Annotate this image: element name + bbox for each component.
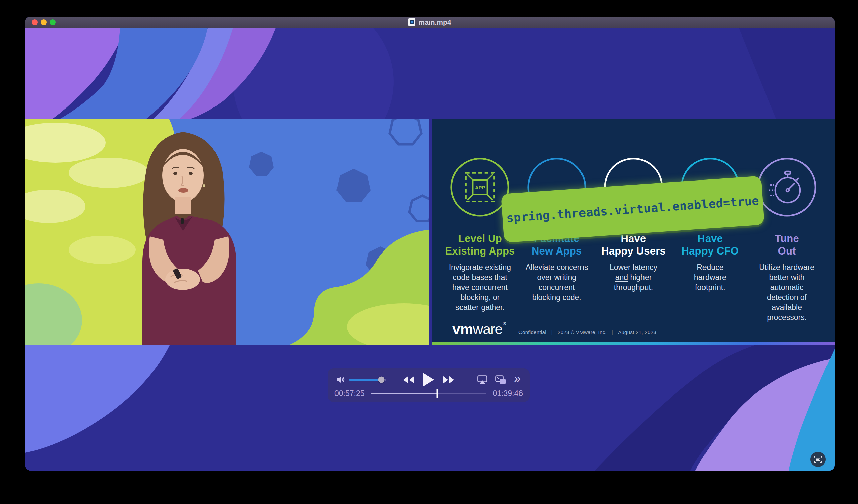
- minimize-button[interactable]: [41, 19, 47, 26]
- column-body: Alleviate concerns over writing concurre…: [526, 262, 588, 303]
- slide-panel: APP Level Up Existing Apps Invigorate ex…: [432, 119, 835, 345]
- footer-confidential: Confidential: [519, 329, 546, 335]
- column-header: Have Happy CFO: [681, 232, 739, 257]
- column-body: Lower latency and higher throughput.: [610, 262, 657, 293]
- more-controls-button[interactable]: »: [514, 373, 521, 385]
- rewind-button[interactable]: [403, 376, 414, 384]
- footer-copyright: 2023 © VMware, Inc.: [558, 329, 607, 335]
- volume-fill: [349, 379, 381, 381]
- titlebar: main.mp4: [25, 17, 835, 28]
- pip-button[interactable]: [495, 375, 506, 385]
- scan-text-icon: [814, 455, 822, 464]
- total-time: 01:39:46: [491, 389, 523, 398]
- file-icon: [408, 18, 415, 27]
- close-button[interactable]: [32, 19, 37, 26]
- scan-text-button[interactable]: [810, 452, 826, 467]
- banner-code-text: spring.threads.virtual.enabled=true: [506, 194, 760, 225]
- column-body: Utilize hardware better with automatic d…: [759, 262, 814, 323]
- player-window: main.mp4: [25, 17, 835, 471]
- stopwatch-icon: [756, 156, 818, 218]
- seek-bar[interactable]: [371, 393, 486, 394]
- window-title: main.mp4: [418, 18, 451, 27]
- slide-columns: APP Level Up Existing Apps Invigorate ex…: [442, 156, 825, 323]
- speaker-panel: [25, 119, 429, 345]
- volume-knob[interactable]: [378, 377, 385, 383]
- svg-text:APP: APP: [475, 185, 485, 190]
- volume-icon[interactable]: [336, 376, 346, 384]
- column-header: Tune Out: [775, 232, 799, 257]
- footer-date: August 21, 2023: [618, 329, 656, 335]
- slide-footer: vmware® Confidential | 2023 © VMware, In…: [452, 321, 656, 337]
- column-header: Have Happy Users: [601, 232, 666, 257]
- column-body: Reduce hardware footprint.: [694, 262, 726, 293]
- current-time: 00:57:25: [334, 389, 367, 398]
- zoom-button[interactable]: [50, 19, 55, 26]
- playback-controls: » 00:57:25 01:39:46: [328, 368, 529, 402]
- vmware-logo: vmware®: [452, 321, 506, 337]
- airplay-button[interactable]: [477, 375, 487, 384]
- seek-playhead[interactable]: [436, 389, 438, 398]
- play-button[interactable]: [423, 373, 434, 387]
- footer-gradient-bar: [432, 342, 835, 345]
- column-body: Invigorate existing code bases that have…: [449, 262, 511, 312]
- slide-column-happy-users: Have Happy Users Lower latency and highe…: [595, 156, 672, 323]
- volume-slider[interactable]: [349, 379, 386, 381]
- fast-forward-button[interactable]: [443, 376, 454, 384]
- seek-fill: [371, 393, 438, 394]
